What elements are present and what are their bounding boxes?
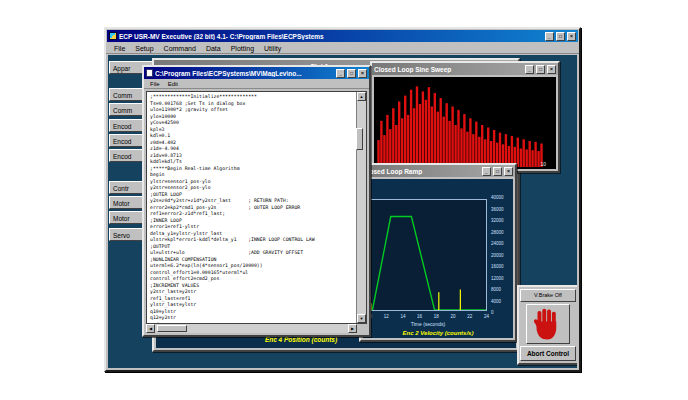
app-window: ECP USR-MV Executive (32 bit) 4.1- C:\Pr… <box>104 27 581 372</box>
menu-plotting[interactable]: Plotting <box>226 45 259 52</box>
ramp-ytick-label: 4000 <box>491 299 515 304</box>
scroll-down-icon[interactable]: ▼ <box>357 314 366 323</box>
ramp-x-axis: 1012141618202224 <box>367 314 489 319</box>
ramp-caption: Enc 2 Velocity (counts/s) <box>363 330 513 336</box>
editor-title: C:\Program Files\ECPSystems\MV\MagLev\no… <box>155 70 334 77</box>
sine-sweep-window: Closed Loop Sine Sweep _ □ × 10 <box>370 61 560 173</box>
ramp-xtick-label: 20 <box>451 314 456 319</box>
ramp-ytick-label: 36000 <box>491 207 515 212</box>
menu-setup[interactable]: Setup <box>130 45 158 52</box>
sine-sweep-titlebar[interactable]: Closed Loop Sine Sweep _ □ × <box>372 63 558 75</box>
sine-sweep-spectrum-plot <box>377 83 543 167</box>
ramp-ytick-label: 20000 <box>491 253 515 258</box>
ramp-xtick-label: 12 <box>384 314 389 319</box>
ramp-plot-area: 4000036000320002800024000200001600012000… <box>363 179 513 338</box>
ramp-xtick-label: 24 <box>484 314 489 319</box>
ramp-window: Closed Loop Ramp _ □ × 40000360003200028… <box>359 163 517 342</box>
editor-menubar: File Edit <box>144 79 369 89</box>
editor-vertical-scrollbar[interactable]: ▲ ▼ <box>356 92 366 323</box>
app-titlebar[interactable]: ECP USR-MV Executive (32 bit) 4.1- C:\Pr… <box>107 30 578 42</box>
ramp-xtick-label: 14 <box>400 314 405 319</box>
sine-sweep-title: Closed Loop Sine Sweep <box>374 66 523 73</box>
ramp-xtick-label: 16 <box>417 314 422 319</box>
editor-window: C:\Program Files\ECPSystems\MV\MagLev\no… <box>142 65 371 337</box>
sine-sweep-maximize-button[interactable]: □ <box>536 65 545 74</box>
ramp-ytick-label: 32000 <box>491 218 515 223</box>
ramp-ytick-label: 12000 <box>491 276 515 281</box>
horizontal-scroll-thumb[interactable] <box>157 325 187 332</box>
ramp-plot-frame <box>369 199 487 311</box>
editor-maximize-button[interactable]: □ <box>347 69 356 78</box>
sine-sweep-plot-area: 10 <box>374 77 556 169</box>
document-icon <box>146 69 153 77</box>
app-menubar: File Setup Command Data Plotting Utility <box>106 43 579 54</box>
app-minimize-button[interactable]: _ <box>545 32 554 41</box>
editor-body: ;*************Initialize************* Ts… <box>146 91 367 324</box>
app-close-button[interactable]: × <box>567 32 576 41</box>
menu-utility[interactable]: Utility <box>259 45 286 52</box>
abort-hand-button[interactable] <box>526 304 570 345</box>
abort-control-button[interactable]: Abort Control <box>520 346 576 361</box>
scroll-up-icon[interactable]: ▲ <box>357 92 366 101</box>
ramp-ytick-label: 16000 <box>491 264 515 269</box>
editor-titlebar[interactable]: C:\Program Files\ECPSystems\MV\MagLev\no… <box>144 67 369 79</box>
sine-sweep-minimize-button[interactable]: _ <box>525 65 534 74</box>
app-icon <box>109 32 117 40</box>
control-panel: V.Brake Off Abort Control <box>517 285 577 365</box>
sine-sweep-close-button[interactable]: × <box>547 65 556 74</box>
editor-close-button[interactable]: × <box>358 69 367 78</box>
scroll-right-icon[interactable]: ▶ <box>348 324 357 333</box>
app-title: ECP USR-MV Executive (32 bit) 4.1- C:\Pr… <box>119 33 543 40</box>
ramp-x-axis-label: Time (seconds) <box>369 321 487 327</box>
ramp-minimize-button[interactable]: _ <box>482 167 491 176</box>
ramp-ytick-label: 24000 <box>491 241 515 246</box>
editor-minimize-button[interactable]: _ <box>336 69 345 78</box>
menu-data[interactable]: Data <box>201 45 226 52</box>
sine-sweep-xtick: 10 <box>540 161 546 167</box>
ramp-titlebar[interactable]: Closed Loop Ramp _ □ × <box>361 165 515 177</box>
editor-menu-edit[interactable]: Edit <box>164 81 182 87</box>
menu-command[interactable]: Command <box>159 45 201 52</box>
ramp-y-axis: 4000036000320002800024000200001600012000… <box>491 195 515 315</box>
ramp-ytick-label: 28000 <box>491 230 515 235</box>
ramp-ytick-label: 40000 <box>491 195 515 200</box>
ramp-maximize-button[interactable]: □ <box>493 167 502 176</box>
vertical-scroll-thumb[interactable] <box>356 128 363 150</box>
desktop: { "main_window": { "title": "ECP USR-MV … <box>0 0 688 400</box>
ramp-ytick-label: 8000 <box>491 287 515 292</box>
code-text-area[interactable]: ;*************Initialize************* Ts… <box>147 92 356 323</box>
ramp-plot-svg <box>370 200 486 310</box>
editor-menu-file[interactable]: File <box>146 81 164 87</box>
menu-file[interactable]: File <box>109 45 130 52</box>
app-maximize-button[interactable]: □ <box>556 32 565 41</box>
ramp-ytick-label: 0 <box>491 310 515 315</box>
ramp-xtick-label: 18 <box>434 314 439 319</box>
stop-hand-icon <box>533 308 563 341</box>
scroll-left-icon[interactable]: ◀ <box>146 324 155 333</box>
ramp-close-button[interactable]: × <box>504 167 513 176</box>
app-client-area: Appar Comm Comm Encod Encod Encod Contr … <box>108 55 577 368</box>
ramp-xtick-label: 22 <box>467 314 472 319</box>
vbrake-off-button[interactable]: V.Brake Off <box>520 289 576 302</box>
ramp-title: Closed Loop Ramp <box>363 168 480 175</box>
